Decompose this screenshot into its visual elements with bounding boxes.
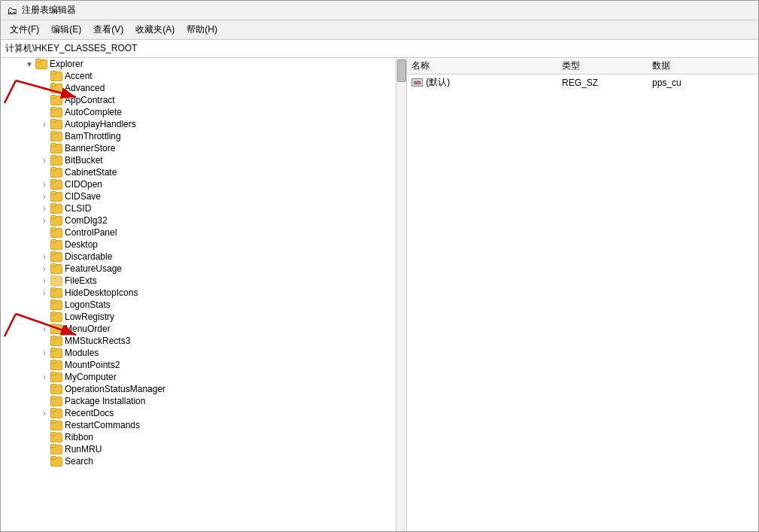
expander-autoplayhandlers[interactable]: › (38, 120, 50, 129)
tree-label-bitbucket: BitBucket (65, 155, 103, 166)
data-header: 名称 类型 数据 (407, 58, 758, 74)
expander-clsid[interactable]: › (38, 205, 50, 213)
col-header-type: 类型 (562, 59, 652, 72)
data-cell-name-default: ab (默认) (411, 76, 562, 89)
tree-item-search[interactable]: Search (1, 455, 406, 467)
tree-item-desktop[interactable]: Desktop (1, 239, 406, 251)
expander-mycomputer[interactable]: › (38, 373, 50, 382)
folder-icon-ribbon (50, 432, 62, 442)
tree-label-controlpanel: ControlPanel (65, 227, 117, 238)
expander-featureusage[interactable]: › (38, 265, 50, 273)
expander-recentdocs[interactable]: › (38, 409, 50, 418)
tree-item-cidsave[interactable]: › CIDSave (1, 190, 406, 202)
tree-item-explorer[interactable]: ▼ Explorer (1, 58, 406, 70)
tree-item-mountpoints2[interactable]: MountPoints2 (1, 359, 406, 371)
folder-icon-recentdocs (50, 408, 62, 418)
folder-icon-modules (50, 348, 62, 358)
tree-item-autoplayhandlers[interactable]: › AutoplayHandlers (1, 118, 406, 130)
tree-item-runmru[interactable]: RunMRU (1, 443, 406, 455)
expander-explorer[interactable]: ▼ (23, 60, 35, 68)
tree-item-lowregistry[interactable]: LowRegistry (1, 311, 406, 323)
expander-advanced[interactable]: › (38, 84, 50, 93)
folder-icon-discardable (50, 251, 62, 262)
folder-icon-search (50, 456, 62, 467)
tree-label-explorer: Explorer (50, 59, 83, 69)
expander-cidopen[interactable]: › (38, 181, 50, 189)
tree-scrollbar[interactable] (396, 58, 406, 531)
tree-item-accent[interactable]: Accent (1, 70, 406, 82)
menu-bar: 文件(F) 编辑(E) 查看(V) 收藏夹(A) 帮助(H) (1, 20, 758, 40)
tree-label-cidsave: CIDSave (65, 191, 101, 202)
folder-icon-lowregistry (50, 312, 62, 322)
expander-discardable[interactable]: › (38, 253, 50, 261)
tree-item-ribbon[interactable]: Ribbon (1, 431, 406, 443)
expander-cidsave[interactable]: › (38, 193, 50, 201)
expander-fileexts[interactable]: › (38, 277, 50, 284)
tree-item-restartcommands[interactable]: RestartCommands (1, 419, 406, 431)
tree-item-discardable[interactable]: › Discardable (1, 251, 406, 263)
data-cell-value-default: pps_cu (652, 78, 754, 88)
tree-label-desktop: Desktop (65, 239, 98, 250)
folder-icon-runmru (50, 444, 62, 454)
expander-comdlg32[interactable]: › (38, 217, 50, 225)
tree-item-bamthrottling[interactable]: BamThrottling (1, 130, 406, 142)
folder-icon-restartcommands (50, 420, 62, 430)
folder-icon-explorer (35, 59, 47, 69)
tree-item-comdlg32[interactable]: › ComDlg32 (1, 214, 406, 226)
folder-icon-advanced (50, 83, 62, 93)
tree-item-cidopen[interactable]: › CIDOpen (1, 178, 406, 190)
tree-label-mountpoints2: MountPoints2 (65, 360, 120, 370)
col-header-name: 名称 (411, 59, 562, 72)
expander-hidedesktopicons[interactable]: › (38, 289, 50, 297)
menu-view[interactable]: 查看(V) (87, 22, 129, 38)
tree-item-controlpanel[interactable]: ControlPanel (1, 226, 406, 239)
tree-item-menuorder[interactable]: › MenuOrder (1, 323, 406, 335)
tree-item-advanced[interactable]: › Advanced (1, 82, 406, 94)
data-pane: 名称 类型 数据 ab (默认) REG_SZ pps_cu (407, 58, 758, 531)
tree-item-operationstatusmanager[interactable]: OperationStatusManager (1, 383, 406, 395)
tree-label-comdlg32: ComDlg32 (65, 215, 108, 226)
tree-item-appcontract[interactable]: AppContract (1, 94, 406, 106)
tree-label-featureusage: FeatureUsage (65, 263, 122, 274)
tree-item-mycomputer[interactable]: › MyComputer (1, 371, 406, 383)
tree-item-logonstats[interactable]: LogonStats (1, 299, 406, 311)
tree-item-hidedesktopicons[interactable]: › HideDesktopIcons (1, 287, 406, 299)
folder-icon-clsid (50, 203, 62, 214)
tree-label-search: Search (65, 456, 93, 467)
expander-menuorder[interactable]: › (38, 325, 50, 333)
folder-icon-bannerstore (50, 143, 62, 154)
folder-icon-bamthrottling (50, 131, 62, 141)
tree-item-clsid[interactable]: › CLSID (1, 202, 406, 214)
tree-item-cabinetstate[interactable]: CabinetState (1, 166, 406, 178)
folder-icon-bitbucket (50, 155, 62, 166)
tree-item-recentdocs[interactable]: › RecentDocs (1, 407, 406, 419)
tree-label-mycomputer: MyComputer (65, 372, 117, 382)
tree-item-modules[interactable]: › Modules (1, 347, 406, 359)
tree-label-cidopen: CIDOpen (65, 179, 102, 190)
folder-icon-autocomplete (50, 107, 62, 117)
tree-item-packageinstallation[interactable]: Package Installation (1, 395, 406, 407)
folder-icon-mycomputer (50, 372, 62, 382)
tree-item-bitbucket[interactable]: › BitBucket (1, 154, 406, 166)
expander-modules[interactable]: › (38, 349, 50, 357)
expander-bitbucket[interactable]: › (38, 157, 50, 165)
data-row-default[interactable]: ab (默认) REG_SZ pps_cu (407, 74, 758, 90)
folder-icon-featureusage (50, 263, 62, 274)
tree-label-bamthrottling: BamThrottling (65, 131, 121, 141)
menu-edit[interactable]: 编辑(E) (45, 22, 87, 38)
col-header-data: 数据 (652, 59, 754, 72)
menu-file[interactable]: 文件(F) (4, 22, 45, 38)
address-bar: 计算机\HKEY_CLASSES_ROOT (1, 40, 758, 58)
tree-pane[interactable]: ▼ Explorer Accent › Advanced AppContract (1, 58, 407, 531)
tree-item-autocomplete[interactable]: AutoComplete (1, 106, 406, 118)
tree-item-mmstuckrects3[interactable]: MMStuckRects3 (1, 335, 406, 347)
folder-icon-operationstatusmanager (50, 384, 62, 394)
tree-item-fileexts[interactable]: › FileExts (1, 275, 406, 287)
tree-label-logonstats: LogonStats (65, 299, 111, 310)
menu-help[interactable]: 帮助(H) (181, 22, 223, 38)
menu-favorites[interactable]: 收藏夹(A) (129, 22, 181, 38)
tree-label-recentdocs: RecentDocs (65, 408, 114, 418)
tree-item-featureusage[interactable]: › FeatureUsage (1, 263, 406, 275)
tree-item-bannerstore[interactable]: BannerStore (1, 142, 406, 154)
tree-scrollbar-thumb[interactable] (397, 59, 406, 82)
